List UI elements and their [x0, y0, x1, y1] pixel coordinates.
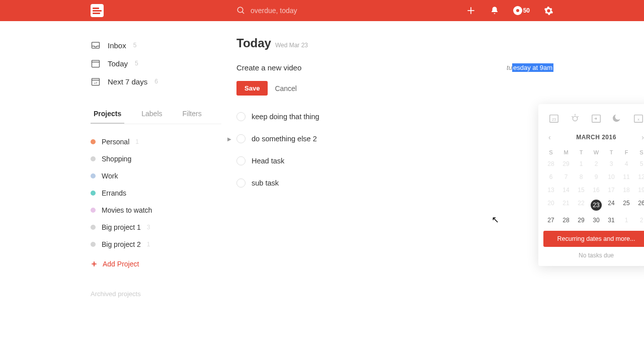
calendar-day: 29 [558, 157, 574, 170]
svg-rect-5 [92, 60, 100, 67]
next-month-button[interactable]: › [638, 132, 644, 142]
search-icon [236, 6, 246, 15]
calendar-day[interactable]: 25 [619, 197, 634, 214]
calendar-day: 8 [574, 170, 589, 184]
task-item[interactable]: Head task [236, 150, 553, 172]
collapse-icon[interactable]: ▶ [227, 136, 231, 142]
sidebar-tabs: Projects Labels Filters [91, 105, 221, 124]
notifications-icon[interactable] [490, 6, 499, 15]
settings-icon[interactable] [544, 6, 553, 16]
calendar-day: 28 [543, 157, 558, 170]
svg-point-0 [237, 7, 243, 13]
calendar-day[interactable]: 29 [574, 214, 589, 227]
tab-filters[interactable]: Filters [180, 105, 205, 124]
calendar-day: 1 [574, 157, 589, 170]
svg-text:23: 23 [552, 117, 556, 122]
calendar-day: 4 [619, 157, 634, 170]
task-input[interactable]: Create a new video [236, 63, 301, 72]
nav-item-inbox[interactable]: Inbox5 [91, 36, 221, 54]
nav-item-today[interactable]: Today5 [91, 54, 221, 72]
calendar-day: 6 [543, 170, 558, 184]
task-date-input[interactable]: tuesday at 9am [507, 64, 553, 71]
nav-count: 5 [133, 42, 137, 49]
topbar: 50 [0, 0, 644, 21]
project-count: 3 [147, 224, 150, 231]
calendar-grid: SMTWTFS282912345678910111213141516171819… [543, 147, 644, 227]
project-item[interactable]: Errands [91, 185, 221, 202]
svg-line-16 [572, 116, 573, 117]
calendar-day[interactable]: 26 [634, 197, 644, 214]
task-checkbox[interactable] [236, 156, 246, 165]
svg-point-14 [573, 116, 577, 121]
task-item[interactable]: ▶do something else 2 [236, 128, 553, 150]
project-item[interactable]: Shopping [91, 150, 221, 167]
archived-projects-link[interactable]: Archived projects [91, 290, 221, 298]
calendar-day: 13 [543, 184, 558, 197]
calendar-day[interactable]: 30 [589, 214, 604, 227]
calendar-day[interactable]: 27 [543, 214, 558, 227]
nav-icon: +7 [91, 76, 101, 86]
calendar-day[interactable]: 24 [604, 197, 619, 214]
calendar-day[interactable]: 31 [604, 214, 619, 227]
project-count: 1 [147, 241, 150, 248]
calendar-dow: T [574, 147, 589, 157]
project-count: 1 [135, 138, 139, 145]
calendar-day: 2 [589, 157, 604, 170]
task-checkbox[interactable] [236, 134, 246, 143]
calendar-day: 22 [574, 197, 589, 214]
nav-label: Inbox [108, 41, 126, 50]
project-color-dot [91, 139, 96, 144]
date-picker: 23 x ‹ MARCH 2016 › SMTWTFS2829123456789… [538, 104, 644, 266]
prev-month-button[interactable]: ‹ [545, 132, 554, 142]
nav-count: 5 [135, 60, 138, 67]
calendar-day[interactable]: 23 [589, 197, 604, 214]
task-item[interactable]: keep doing that thing [236, 106, 553, 128]
project-color-dot [91, 208, 96, 213]
tab-labels[interactable]: Labels [138, 105, 165, 124]
project-item[interactable]: Big project 13 [91, 219, 221, 236]
nav-item-next-7-days[interactable]: +7Next 7 days6 [91, 72, 221, 90]
project-label: Personal [102, 138, 129, 146]
page-title: Today [236, 36, 271, 50]
quick-tomorrow-icon[interactable] [568, 112, 582, 124]
calendar-day: 14 [558, 184, 574, 197]
project-item[interactable]: Work [91, 167, 221, 185]
task-checkbox[interactable] [236, 178, 246, 188]
project-label: Work [102, 172, 118, 180]
search-input[interactable] [251, 7, 371, 15]
project-item[interactable]: Personal1 [91, 133, 221, 150]
task-item[interactable]: sub task [236, 172, 553, 194]
task-text: Head task [252, 157, 284, 165]
quick-nodate-icon[interactable]: x [631, 112, 644, 124]
add-project-button[interactable]: Add Project [91, 253, 221, 275]
add-task-icon[interactable] [466, 6, 476, 16]
svg-text:+7: +7 [94, 81, 98, 84]
calendar-day: 12 [634, 170, 644, 184]
quick-today-icon[interactable]: 23 [547, 112, 561, 124]
project-color-dot [91, 156, 96, 161]
quick-nextweek-icon[interactable] [589, 112, 603, 124]
calendar-dow: T [604, 147, 619, 157]
calendar-dow: S [543, 147, 558, 157]
calendar-day: 17 [604, 184, 619, 197]
calendar-dow: F [619, 147, 634, 157]
project-label: Shopping [102, 155, 131, 163]
calendar-day[interactable]: 28 [558, 214, 574, 227]
project-color-dot [91, 225, 96, 230]
calendar-dow: S [634, 147, 644, 157]
save-button[interactable]: Save [236, 81, 268, 96]
add-project-label: Add Project [103, 260, 139, 268]
app-logo[interactable] [91, 4, 104, 17]
task-checkbox[interactable] [236, 112, 246, 121]
project-item[interactable]: Movies to watch [91, 202, 221, 219]
quick-someday-icon[interactable] [610, 112, 624, 124]
task-text: do something else 2 [252, 135, 317, 143]
recurring-dates-button[interactable]: Recurring dates and more... [543, 231, 644, 247]
tab-projects[interactable]: Projects [91, 105, 124, 124]
project-item[interactable]: Big project 21 [91, 236, 221, 253]
karma-points[interactable]: 50 [513, 6, 530, 15]
calendar-day: 19 [634, 184, 644, 197]
karma-count: 50 [523, 7, 530, 14]
calendar-day: 10 [604, 170, 619, 184]
cancel-button[interactable]: Cancel [275, 84, 297, 93]
